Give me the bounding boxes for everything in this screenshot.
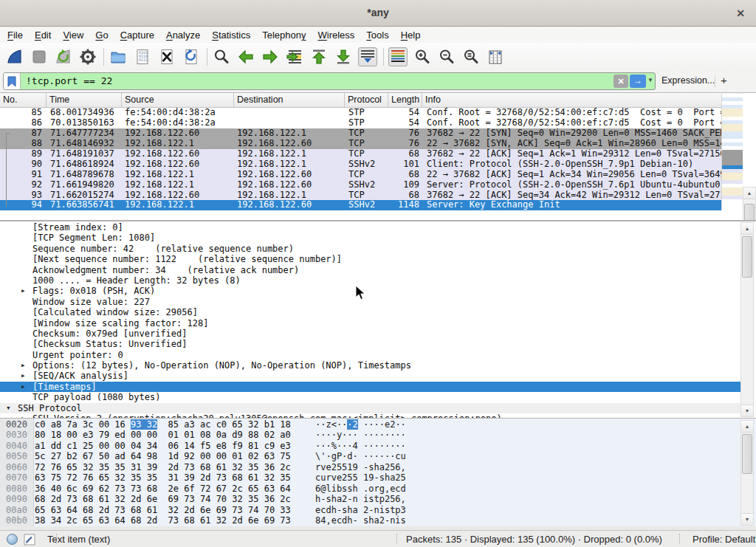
- expert-info-icon[interactable]: [7, 534, 18, 545]
- column-header-source[interactable]: Source: [122, 93, 234, 108]
- scroll-down-icon[interactable]: ▼: [741, 405, 753, 416]
- packet-row-91[interactable]: 9171.648789678192.168.122.1192.168.122.6…: [0, 170, 721, 180]
- bytes-vscrollbar[interactable]: ▲ ▼: [740, 420, 754, 526]
- scroll-down-icon[interactable]: ▼: [741, 513, 753, 525]
- menu-capture[interactable]: Capture: [114, 28, 160, 42]
- column-header-time[interactable]: Time: [47, 93, 122, 108]
- detail-line[interactable]: ▸[SEQ/ACK analysis]: [0, 371, 740, 381]
- detail-line[interactable]: [Stream index: 0]: [0, 222, 740, 233]
- detail-line[interactable]: [Calculated window size: 29056]: [0, 307, 740, 317]
- zoom-reset-icon[interactable]: [461, 47, 481, 66]
- packet-row-89[interactable]: 8971.648191037192.168.122.60192.168.122.…: [0, 149, 721, 159]
- hex-row[interactable]: 00a065 63 64 68 2d 73 68 61 32 2d 6e 69 …: [0, 505, 740, 515]
- hex-row[interactable]: 008036 40 6c 69 62 73 73 68 2e 6f 72 67 …: [0, 484, 740, 494]
- stop-capture-icon[interactable]: [30, 47, 49, 66]
- find-packet-icon[interactable]: [212, 47, 231, 66]
- packet-row-88[interactable]: 8871.648146932192.168.122.1192.168.122.6…: [0, 139, 721, 149]
- detail-line[interactable]: [Next sequence number: 1122 (relative se…: [0, 254, 740, 264]
- column-header-protocol[interactable]: Protocol: [345, 93, 388, 108]
- restart-capture-icon[interactable]: [54, 47, 73, 66]
- open-file-folder-icon[interactable]: [109, 47, 128, 66]
- detail-line[interactable]: ▸[Timestamps]: [0, 382, 740, 392]
- hex-row[interactable]: 003080 18 00 e3 79 ed 00 00 01 01 08 0a …: [0, 430, 740, 440]
- scroll-up-icon[interactable]: ▲: [743, 188, 755, 199]
- scroll-up-icon[interactable]: ▲: [741, 223, 753, 235]
- capture-comment-icon[interactable]: [24, 534, 35, 546]
- expander-collapsed-icon[interactable]: ▸: [21, 382, 26, 392]
- capture-options-gear-icon[interactable]: [78, 47, 97, 66]
- packet-row-85[interactable]: 8568.001734936fe:54:00:d4:38:2aSTP54Conf…: [0, 108, 721, 118]
- packet-row-90[interactable]: 9071.648618924192.168.122.60192.168.122.…: [0, 159, 721, 170]
- detail-line[interactable]: Acknowledgment number: 34 (relative ack …: [0, 265, 740, 275]
- detail-line[interactable]: Window size value: 227: [0, 297, 740, 307]
- hex-row[interactable]: 007063 75 72 76 65 32 35 35 31 39 2d 73 …: [0, 472, 740, 483]
- hex-row[interactable]: 00b038 34 2c 65 63 64 68 2d 73 68 61 32 …: [0, 515, 740, 526]
- detail-line[interactable]: [Window size scaling factor: 128]: [0, 318, 740, 328]
- hex-row[interactable]: 00505c 27 b2 67 50 ad 64 98 1d 92 00 00 …: [0, 451, 740, 461]
- expander-collapsed-icon[interactable]: ▸: [21, 360, 26, 371]
- hex-row[interactable]: 009068 2d 73 68 61 32 2d 6e 69 73 74 70 …: [0, 494, 740, 504]
- hex-row[interactable]: 0040a1 dd c1 25 00 00 04 34 06 14 f5 e8 …: [0, 441, 740, 451]
- start-capture-fin-icon[interactable]: [5, 47, 24, 66]
- zoom-out-icon[interactable]: [437, 47, 456, 66]
- detail-line[interactable]: Urgent pointer: 0: [0, 350, 740, 360]
- column-header-length[interactable]: Length: [388, 93, 422, 108]
- menu-analyze[interactable]: Analyze: [160, 28, 206, 42]
- save-file-icon[interactable]: 010101100111: [133, 47, 152, 66]
- filter-bookmark-icon[interactable]: [4, 73, 21, 89]
- scroll-up-icon[interactable]: ▲: [741, 421, 753, 433]
- detail-line[interactable]: 1000 .... = Header Length: 32 bytes (8): [0, 275, 740, 286]
- detail-line[interactable]: ▸Flags: 0x018 (PSH, ACK): [0, 286, 740, 296]
- column-header-destination[interactable]: Destination: [234, 93, 345, 108]
- packet-row-87[interactable]: 8771.647777234192.168.122.60192.168.122.…: [0, 128, 721, 139]
- go-forward-icon[interactable]: [261, 47, 280, 66]
- add-filter-button[interactable]: +: [721, 74, 727, 86]
- go-last-packet-icon[interactable]: [334, 47, 353, 66]
- detail-line[interactable]: [TCP Segment Len: 1080]: [0, 233, 740, 243]
- expander-expanded-icon[interactable]: ▾: [6, 403, 11, 413]
- display-filter-input[interactable]: !tcp.port == 22 ✕ → ▼: [3, 72, 656, 90]
- menu-file[interactable]: File: [1, 28, 29, 42]
- column-header-info[interactable]: Info: [422, 93, 743, 108]
- filter-apply-icon[interactable]: →: [630, 75, 646, 88]
- packet-row-86[interactable]: 8670.013850163fe:54:00:d4:38:2aSTP54Conf…: [0, 118, 721, 128]
- detail-line[interactable]: ▸Options: (12 bytes), No-Operation (NOP)…: [0, 360, 740, 371]
- detail-line[interactable]: [Checksum Status: Unverified]: [0, 339, 740, 349]
- hex-row[interactable]: 0020c0 a8 7a 3c 00 16 93 32 85 a3 ac c0 …: [0, 419, 740, 430]
- go-first-packet-icon[interactable]: [309, 47, 329, 66]
- column-header-no[interactable]: No.: [0, 93, 47, 108]
- menu-edit[interactable]: Edit: [29, 28, 57, 42]
- expander-collapsed-icon[interactable]: ▸: [21, 286, 26, 296]
- packet-row-92[interactable]: 9271.661949820192.168.122.1192.168.122.6…: [0, 180, 721, 190]
- menu-statistics[interactable]: Statistics: [206, 28, 256, 42]
- menu-wireless[interactable]: Wireless: [312, 28, 361, 42]
- detail-line[interactable]: TCP payload (1080 bytes): [0, 392, 740, 402]
- close-window-icon[interactable]: ✕: [734, 7, 747, 20]
- packet-row-93[interactable]: 9371.662015274192.168.122.60192.168.122.…: [0, 190, 721, 201]
- go-back-icon[interactable]: [236, 47, 255, 66]
- auto-scroll-icon[interactable]: [358, 47, 377, 66]
- intelligent-scrollbar-minimap[interactable]: [721, 94, 743, 210]
- packet-row-94[interactable]: 9471.663856741192.168.122.1192.168.122.6…: [0, 200, 721, 210]
- expander-collapsed-icon[interactable]: ▸: [21, 371, 26, 381]
- zoom-in-icon[interactable]: [413, 47, 432, 66]
- menu-tools[interactable]: Tools: [360, 28, 394, 42]
- close-file-icon[interactable]: [157, 47, 176, 66]
- filter-clear-icon[interactable]: ✕: [614, 75, 628, 88]
- details-vscrollbar[interactable]: ▲ ▼: [740, 222, 754, 417]
- menu-go[interactable]: Go: [89, 28, 114, 42]
- go-to-packet-icon[interactable]: [285, 47, 304, 66]
- menu-view[interactable]: View: [57, 28, 89, 42]
- menu-telephony[interactable]: Telephony: [256, 28, 312, 42]
- detail-line[interactable]: ▾SSH Protocol: [0, 403, 740, 413]
- profile-status[interactable]: Profile: Default: [693, 534, 755, 545]
- packet-list-header[interactable]: No.TimeSourceDestinationProtocolLengthIn…: [0, 93, 743, 108]
- reload-file-icon[interactable]: [182, 47, 201, 66]
- resize-columns-icon[interactable]: [486, 47, 505, 66]
- detail-line[interactable]: Checksum: 0x79ed [unverified]: [0, 328, 740, 339]
- detail-line[interactable]: Sequence number: 42 (relative sequence n…: [0, 244, 740, 254]
- menu-help[interactable]: Help: [395, 28, 427, 42]
- hex-row[interactable]: 006072 76 65 32 35 35 31 39 2d 73 68 61 …: [0, 462, 740, 472]
- filter-dropdown-caret-icon[interactable]: ▼: [647, 77, 653, 83]
- colorize-icon[interactable]: [388, 47, 408, 66]
